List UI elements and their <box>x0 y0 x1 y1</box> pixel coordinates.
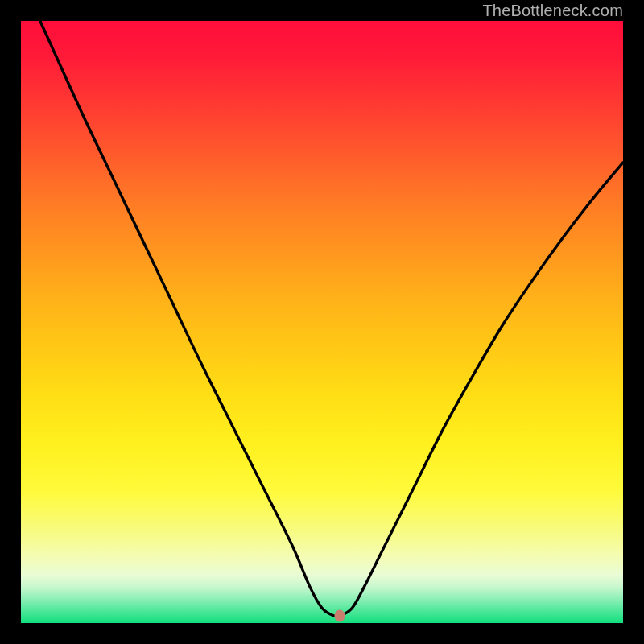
bottleneck-curve <box>21 21 623 623</box>
plot-area <box>21 21 623 623</box>
chart-frame: TheBottleneck.com <box>0 0 644 644</box>
optimal-point-marker <box>335 610 345 622</box>
watermark-text: TheBottleneck.com <box>482 2 623 20</box>
